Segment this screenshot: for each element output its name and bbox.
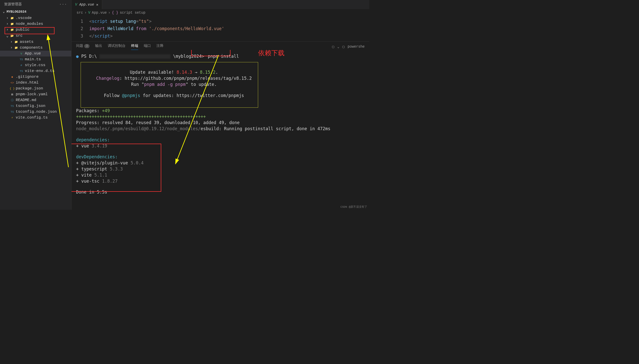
tree-item-node-modules[interactable]: ›📁node_modules [0,21,71,27]
tree-item-label: vite-env.d.ts [25,69,55,73]
code-line: 3</script> [72,32,369,40]
tree-item-label: assets [20,40,33,44]
tree-item--vscode[interactable]: ›📁.vscode [0,15,71,21]
tab-app-vue[interactable]: V App.vue ✕ [72,0,102,9]
tree-item-components[interactable]: ›📁components [0,45,71,51]
close-icon[interactable]: ✕ [96,3,98,7]
tree-item-label: README.md [16,98,36,102]
tab-label: App.vue [79,3,94,7]
line-number: 2 [72,25,89,32]
tree-item-vite-env-d-ts[interactable]: TSvite-env.d.ts [0,68,71,74]
tree-item-label: components [20,46,43,50]
split-icon[interactable]: ▢ [342,45,344,49]
tab-problems[interactable]: 问题3 [76,44,90,50]
chevron-icon: › [10,40,13,44]
tab-comments[interactable]: 注释 [156,44,164,50]
file-ts-icon: TS [10,104,14,108]
tree-item-assets[interactable]: ›📁assets [0,39,71,45]
tree-item-readme-md[interactable]: ⓘREADME.md [0,97,71,103]
annotation-box-cmd [191,50,230,56]
project-name: MYBLOG2024 [7,10,26,14]
explorer-title: 资源管理器 [4,2,22,7]
progress-bar: ++++++++++++++++++++++++++++++++++++++++… [76,114,365,120]
tree-item-label: tsconfig.json [16,104,45,108]
bottom-panel: 问题3 输出 调试控制台 终端 端口 注释 ▢ ⌄ ▢ powershe ● P… [72,41,369,210]
packages-label: Packages: [76,108,102,113]
packages-count: +49 [102,108,110,113]
esbuild-path: node_modules/.pnpm/esbuild@0.19.12/node_… [76,126,201,131]
file-ts-icon: TS [19,58,23,62]
bc-symbol: script setup [120,11,145,15]
chevron-down-icon: ⌄ [2,10,6,14]
more-icon[interactable]: ··· [59,2,67,6]
folder-green-icon: 📂 [10,34,14,38]
tree-item-main-ts[interactable]: TSmain.ts [0,56,71,62]
watermark: CSDN @尿不湿没有了 [340,205,367,209]
tree-item-tsconfig-node-json[interactable]: TStsconfig.node.json [0,109,71,115]
tree-item--gitignore[interactable]: ◆.gitignore [0,74,71,80]
chevron-right-icon: › [84,11,86,15]
deps-header: dependencies: [76,137,365,143]
explorer-header: 资源管理器 ··· [0,0,71,9]
tree-item-package-json[interactable]: { }package.json [0,86,71,91]
file-json-icon: { } [10,87,14,91]
shell-label[interactable]: powershe [348,45,365,49]
tree-item-app-vue[interactable]: VApp.vue [0,51,71,56]
problems-badge: 3 [84,44,90,48]
tree-item-label: pnpm-lock.yaml [16,92,48,97]
annotation-label: 依赖下载 [258,50,285,58]
folder-yellow-icon: 📁 [14,40,18,44]
project-header[interactable]: ⌄ MYBLOG2024 [0,9,71,15]
line-number: 3 [72,32,89,40]
breadcrumb[interactable]: src › V App.vue › { } script setup [72,9,369,16]
tree-item-label: .vscode [16,16,32,20]
chevron-icon: › [6,22,9,26]
split-icon[interactable]: ▢ [332,45,334,49]
line-number: 1 [72,18,89,25]
file-json-icon: ⚡ [10,116,14,120]
chevron-icon: › [10,46,13,50]
folder-green-icon: 📁 [14,46,18,50]
tree-item-label: package.json [16,86,43,91]
editor-tabs: V App.vue ✕ [72,0,369,9]
code-content: </script> [89,32,113,40]
file-tree: ›📁.vscode›📁node_modules›📁public⌄📂src›📁as… [0,15,71,210]
file-ts-icon: TS [10,110,14,114]
file-ts-icon: TS [19,69,23,73]
folder-blue-icon: 📁 [10,16,14,20]
bc-file: App.vue [92,11,107,15]
tree-item-index-html[interactable]: <>index.html [0,80,71,86]
tab-output[interactable]: 输出 [95,44,102,50]
redacted-path [99,54,170,59]
tree-item-label: .gitignore [16,75,39,79]
terminal[interactable]: ● PS D:\ \myblog2024> pnpm install 依赖下载 … [72,50,369,210]
brace-icon: { } [112,11,118,15]
chevron-right-icon: › [108,11,110,15]
tab-debug-console[interactable]: 调试控制台 [108,44,126,50]
file-yaml-icon: ▤ [10,92,14,97]
chevron-down-icon[interactable]: ⌄ [337,45,339,49]
file-html-icon: <> [10,81,14,85]
tree-item-label: vite.config.ts [16,116,48,120]
tree-item-label: node_modules [16,22,43,26]
file-git-icon: ◆ [10,75,14,79]
chevron-icon: › [6,16,9,20]
tree-item-label: main.ts [25,57,41,62]
annotation-box-update [81,62,258,108]
tab-ports[interactable]: 端口 [144,44,151,50]
tree-item-label: src [16,34,23,38]
code-line: 2import HelloWorld from './components/He… [72,25,369,32]
code-content: import HelloWorld from './components/Hel… [89,25,224,32]
code-editor[interactable]: 1<script setup lang="ts">2import HelloWo… [72,16,369,41]
main: V App.vue ✕ src › V App.vue › { } script… [72,0,369,210]
file-vue-icon: V [19,52,23,56]
tab-terminal[interactable]: 终端 [131,44,138,50]
tree-item-vite-config-ts[interactable]: ⚡vite.config.ts [0,115,71,121]
panel-toolbar: ▢ ⌄ ▢ powershe [332,45,365,49]
annotation-box-node-modules [5,27,55,34]
tree-item-label: style.css [25,63,45,67]
code-content: <script setup lang="ts"> [89,18,152,25]
tree-item-tsconfig-json[interactable]: TStsconfig.json [0,103,71,109]
tree-item-style-css[interactable]: #style.css [0,62,71,68]
tree-item-pnpm-lock-yaml[interactable]: ▤pnpm-lock.yaml [0,91,71,97]
